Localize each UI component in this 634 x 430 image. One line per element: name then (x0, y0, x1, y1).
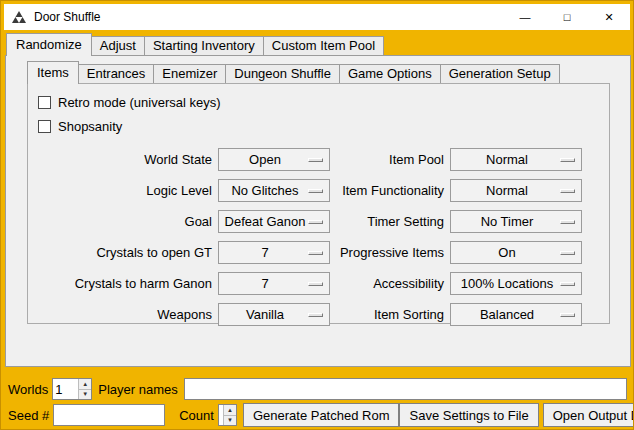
seed-input[interactable] (53, 404, 165, 426)
minimize-icon[interactable]: — (504, 4, 546, 30)
inner-tab-bar: Items Entrances Enemizer Dungeon Shuffle… (27, 61, 559, 83)
shopsanity-label: Shopsanity (58, 119, 122, 134)
generate-patched-rom-button[interactable]: Generate Patched Rom (243, 403, 400, 427)
setting-row: World State Open Item Pool Normal (28, 144, 609, 175)
count-label: Count (179, 408, 214, 423)
worlds-row: Worlds ▲ ▼ Player names (8, 378, 627, 400)
dropdown-indicator-icon (560, 313, 575, 317)
randomize-page: Items Entrances Enemizer Dungeon Shuffle… (5, 55, 631, 367)
titlebar: Door Shuffle — □ ✕ (4, 4, 630, 30)
app-icon (11, 9, 27, 25)
item-functionality-dropdown[interactable]: Normal (450, 179, 582, 202)
dropdown-indicator-icon (560, 158, 575, 162)
tab-items[interactable]: Items (27, 61, 79, 84)
player-names-label: Player names (98, 382, 177, 397)
tab-entrances[interactable]: Entrances (78, 64, 155, 83)
outer-tab-bar: Randomize Adjust Starting Inventory Cust… (6, 33, 383, 55)
worlds-label: Worlds (8, 382, 48, 397)
spin-down-icon[interactable]: ▼ (78, 390, 91, 400)
tab-randomize[interactable]: Randomize (6, 33, 92, 56)
world-state-dropdown[interactable]: Open (218, 148, 330, 171)
accessibility-label: Accessibility (330, 276, 450, 291)
dropdown-indicator-icon (560, 220, 575, 224)
spin-up-icon[interactable]: ▲ (223, 405, 236, 416)
items-page: Retro mode (universal keys) Shopsanity W… (27, 83, 610, 324)
dropdown-indicator-icon (560, 282, 575, 286)
weapons-label: Weapons (28, 307, 218, 322)
weapons-dropdown[interactable]: Vanilla (218, 303, 330, 326)
player-names-input[interactable] (184, 378, 627, 400)
dropdown-indicator-icon (308, 220, 323, 224)
tab-enemizer[interactable]: Enemizer (153, 64, 226, 83)
worlds-input[interactable] (53, 379, 78, 399)
dropdown-indicator-icon (308, 313, 323, 317)
setting-row: Logic Level No Glitches Item Functionali… (28, 175, 609, 206)
retro-mode-row: Retro mode (universal keys) (28, 90, 609, 114)
dropdown-indicator-icon (308, 251, 323, 255)
tab-adjust[interactable]: Adjust (91, 36, 145, 55)
dropdown-indicator-icon (560, 251, 575, 255)
timer-setting-dropdown[interactable]: No Timer (450, 210, 582, 233)
spin-up-icon[interactable]: ▲ (78, 379, 91, 390)
window-controls: — □ ✕ (504, 4, 630, 30)
spin-down-icon[interactable]: ▼ (223, 416, 236, 426)
maximize-icon[interactable]: □ (546, 4, 588, 30)
goal-label: Goal (28, 214, 218, 229)
settings-grid: World State Open Item Pool Normal Logic … (28, 144, 609, 330)
open-output-directory-button[interactable]: Open Output Directory (543, 403, 634, 427)
logic-level-label: Logic Level (28, 183, 218, 198)
setting-row: Crystals to open GT 7 Progressive Items … (28, 237, 609, 268)
item-sorting-label: Item Sorting (330, 307, 450, 322)
setting-row: Crystals to harm Ganon 7 Accessibility 1… (28, 268, 609, 299)
worlds-stepper[interactable]: ▲ ▼ (52, 378, 92, 400)
shopsanity-row: Shopsanity (28, 114, 609, 138)
retro-mode-label: Retro mode (universal keys) (58, 95, 221, 110)
door-shuffle-window: Door Shuffle — □ ✕ Randomize Adjust Star… (0, 0, 634, 430)
seed-label: Seed # (8, 408, 49, 423)
logic-level-dropdown[interactable]: No Glitches (218, 179, 330, 202)
timer-setting-label: Timer Setting (330, 214, 450, 229)
item-pool-dropdown[interactable]: Normal (450, 148, 582, 171)
crystals-gt-label: Crystals to open GT (28, 245, 218, 260)
tab-custom-item-pool[interactable]: Custom Item Pool (263, 36, 384, 55)
window-title: Door Shuffle (34, 10, 101, 24)
crystals-ganon-dropdown[interactable]: 7 (218, 272, 330, 295)
world-state-label: World State (28, 152, 218, 167)
item-functionality-label: Item Functionality (330, 183, 450, 198)
dropdown-indicator-icon (308, 189, 323, 193)
crystals-ganon-label: Crystals to harm Ganon (28, 276, 218, 291)
dropdown-indicator-icon (560, 189, 575, 193)
progressive-items-dropdown[interactable]: On (450, 241, 582, 264)
dropdown-indicator-icon (308, 158, 323, 162)
save-settings-button[interactable]: Save Settings to File (399, 403, 538, 427)
tab-generation-setup[interactable]: Generation Setup (440, 64, 560, 83)
progressive-items-label: Progressive Items (330, 245, 450, 260)
goal-dropdown[interactable]: Defeat Ganon (218, 210, 330, 233)
setting-row: Weapons Vanilla Item Sorting Balanced (28, 299, 609, 330)
tab-dungeon-shuffle[interactable]: Dungeon Shuffle (225, 64, 340, 83)
dropdown-indicator-icon (308, 282, 323, 286)
shopsanity-checkbox[interactable] (38, 120, 51, 133)
seed-row: Seed # Count ▲ ▼ Generate Patched Rom Sa… (8, 403, 627, 427)
item-pool-label: Item Pool (330, 152, 450, 167)
retro-mode-checkbox[interactable] (38, 96, 51, 109)
item-sorting-dropdown[interactable]: Balanced (450, 303, 582, 326)
tab-starting-inventory[interactable]: Starting Inventory (144, 36, 264, 55)
count-stepper[interactable]: ▲ ▼ (218, 404, 237, 426)
crystals-gt-dropdown[interactable]: 7 (218, 241, 330, 264)
accessibility-dropdown[interactable]: 100% Locations (450, 272, 582, 295)
close-icon[interactable]: ✕ (588, 4, 630, 30)
tab-game-options[interactable]: Game Options (339, 64, 441, 83)
setting-row: Goal Defeat Ganon Timer Setting No Timer (28, 206, 609, 237)
